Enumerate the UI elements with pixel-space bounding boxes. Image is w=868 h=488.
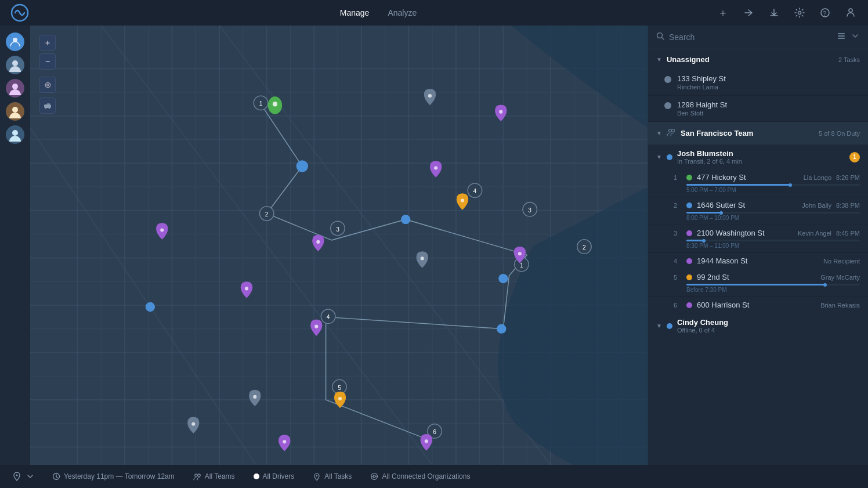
- bottom-organizations[interactable]: All Connected Organizations: [370, 472, 470, 480]
- bottom-teams[interactable]: All Teams: [193, 472, 235, 480]
- svg-rect-95: [47, 103, 50, 106]
- stop-3[interactable]: 3 2100 Washington St Kevin Angel 8:45 PM…: [648, 225, 868, 253]
- chevron-down-icon[interactable]: [851, 31, 860, 43]
- stop-4-row: 4 1944 Mason St No Recipient: [674, 256, 860, 265]
- svg-point-65: [401, 215, 410, 224]
- josh-driver-header[interactable]: ▼ Josh Blumstein In Transit, 2 of 6, 4 m…: [648, 144, 868, 169]
- stop-5-address: 99 2nd St: [697, 273, 816, 281]
- search-bar: [648, 26, 868, 49]
- nav-analyze[interactable]: Analyze: [388, 6, 417, 20]
- stop-2-person: John Baily: [802, 202, 831, 209]
- unassigned-section-header[interactable]: ▼ Unassigned 2 Tasks: [648, 49, 868, 70]
- avatar-0[interactable]: [6, 32, 24, 51]
- help-button[interactable]: ?: [817, 5, 833, 21]
- svg-point-91: [497, 324, 506, 334]
- bottom-tasks[interactable]: All Tasks: [313, 472, 352, 480]
- svg-rect-98: [838, 33, 845, 34]
- stop-4[interactable]: 4 1944 Mason St No Recipient: [648, 253, 868, 269]
- teams-label: All Teams: [205, 472, 235, 480]
- svg-point-1: [798, 12, 801, 15]
- avatar-1[interactable]: [6, 56, 24, 74]
- tasks-label: All Tasks: [324, 472, 352, 480]
- app-logo[interactable]: [9, 2, 30, 23]
- sf-team-header[interactable]: ▼ San Francisco Team 5 of 8 On Duty: [648, 122, 868, 144]
- cindy-driver-header[interactable]: ▼ Cindy Cheung Offline, 0 of 4: [648, 313, 868, 338]
- stop-6-dot: [686, 302, 692, 308]
- josh-info: Josh Blumstein In Transit, 2 of 6, 4 min: [677, 149, 742, 165]
- stop-1[interactable]: 1 477 Hickory St Lia Longo 8:26 PM 5:00 …: [648, 169, 868, 197]
- map-area[interactable]: 1 2 3 4 5 6: [30, 26, 648, 465]
- stop-2-progress: [686, 212, 860, 214]
- bottom-map-icon[interactable]: [12, 471, 34, 482]
- svg-point-53: [273, 102, 277, 106]
- svg-point-89: [146, 302, 155, 312]
- svg-point-93: [45, 107, 47, 109]
- stop-5-num: 5: [674, 274, 682, 281]
- stop-3-person: Kevin Angel: [798, 230, 831, 237]
- unassigned-task-0[interactable]: 133 Shipley St Rinchen Lama: [648, 70, 868, 96]
- svg-text:4: 4: [327, 314, 330, 320]
- stop-5[interactable]: 5 99 2nd St Gray McCarty Before 7:30 PM: [648, 269, 868, 297]
- search-input[interactable]: [669, 32, 832, 42]
- josh-chevron: ▼: [656, 154, 662, 160]
- unassigned-task-1[interactable]: 1298 Haight St Ben Stott: [648, 96, 868, 122]
- team-icon: [667, 128, 676, 139]
- topbar-actions: ＋ ?: [715, 5, 859, 21]
- add-button[interactable]: ＋: [715, 5, 731, 21]
- top-nav: Manage Analyze: [42, 6, 715, 20]
- topbar: Manage Analyze ＋ ?: [0, 0, 868, 26]
- bottom-drivers[interactable]: All Drivers: [254, 472, 295, 480]
- avatar-3[interactable]: [6, 102, 24, 121]
- stop-1-row: 1 477 Hickory St Lia Longo 8:26 PM: [674, 173, 860, 182]
- download-button[interactable]: [766, 5, 782, 21]
- svg-text:4: 4: [473, 188, 477, 194]
- stop-2-row: 2 1646 Sutter St John Baily 8:38 PM: [674, 201, 860, 209]
- cindy-chevron: ▼: [656, 323, 662, 329]
- sf-team-status: 5 of 8 On Duty: [819, 130, 860, 137]
- svg-text:6: 6: [433, 429, 436, 435]
- stop-2-address: 1646 Sutter St: [697, 201, 797, 209]
- mode-button[interactable]: [39, 97, 56, 114]
- account-button[interactable]: [842, 5, 859, 21]
- zoom-out-button[interactable]: −: [39, 53, 56, 70]
- svg-point-74: [160, 228, 164, 232]
- sf-team-title: San Francisco Team: [681, 129, 753, 138]
- stop-4-address: 1944 Mason St: [697, 256, 819, 265]
- svg-point-106: [198, 474, 200, 476]
- svg-point-101: [668, 129, 671, 132]
- avatar-4[interactable]: [6, 125, 24, 144]
- locate-button[interactable]: ◎: [39, 77, 56, 93]
- task-info-0: 133 Shipley St Rinchen Lama: [677, 74, 860, 91]
- svg-point-86: [191, 422, 195, 426]
- search-actions: [837, 31, 860, 43]
- svg-point-83: [428, 94, 432, 97]
- nav-manage[interactable]: Manage: [340, 6, 370, 20]
- svg-point-94: [49, 107, 50, 109]
- settings-button[interactable]: [791, 5, 808, 21]
- task-address-0: 133 Shipley St: [677, 74, 860, 83]
- bottom-time-range[interactable]: Yesterday 11pm — Tomorrow 12am: [52, 472, 175, 480]
- stop-2[interactable]: 2 1646 Sutter St John Baily 8:38 PM 8:00…: [648, 197, 868, 225]
- cindy-dot: [667, 323, 672, 329]
- import-button[interactable]: [740, 5, 757, 21]
- josh-badge: 1: [849, 152, 860, 162]
- svg-point-80: [518, 252, 522, 255]
- avatar-2[interactable]: [6, 79, 24, 97]
- svg-point-77: [314, 325, 318, 328]
- stop-6[interactable]: 6 600 Harrison St Brian Rekasis: [648, 297, 868, 313]
- task-person-1: Ben Stott: [677, 110, 860, 117]
- svg-point-105: [195, 474, 197, 476]
- stop-4-person: No Recipient: [823, 258, 860, 265]
- svg-text:2: 2: [583, 244, 586, 251]
- search-icon: [656, 32, 664, 42]
- list-view-icon[interactable]: [837, 31, 846, 43]
- svg-text:1: 1: [520, 262, 523, 269]
- unassigned-count: 2 Tasks: [838, 56, 860, 63]
- stop-5-progress: [686, 284, 860, 285]
- svg-point-102: [671, 129, 674, 132]
- svg-point-81: [283, 440, 286, 443]
- stop-1-window: 5:00 PM – 7:00 PM: [674, 187, 860, 193]
- svg-point-84: [421, 256, 424, 260]
- main-content: 1 2 3 4 5 6: [0, 26, 868, 465]
- zoom-in-button[interactable]: +: [39, 35, 56, 51]
